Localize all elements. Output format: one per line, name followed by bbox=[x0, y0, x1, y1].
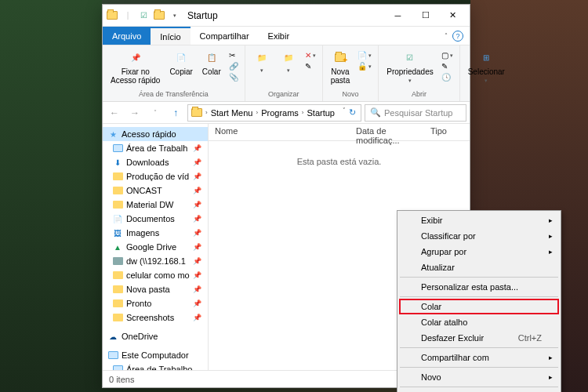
chevron-right-icon[interactable]: › bbox=[204, 109, 209, 116]
sidebar-item[interactable]: 📄Documentos📌 bbox=[103, 212, 208, 226]
breadcrumb-seg-0[interactable]: Start Menu bbox=[209, 108, 255, 118]
newitem-icon: 📄 bbox=[358, 51, 367, 60]
search-input[interactable]: 🔍 Pesquisar Startup bbox=[365, 104, 466, 122]
select-button[interactable]: ⊞ Selecionar ▾ bbox=[465, 47, 508, 85]
pin-icon: 📌 bbox=[193, 144, 205, 152]
minimize-button[interactable]: ─ bbox=[384, 5, 412, 26]
sidebar-item[interactable]: Material DW📌 bbox=[103, 198, 208, 212]
forward-button[interactable]: → bbox=[126, 104, 143, 122]
ctx-group[interactable]: Agrupar por▸ bbox=[399, 244, 559, 260]
file-list-area[interactable]: Nome Data de modificaç... Tipo Esta past… bbox=[209, 124, 470, 370]
ctx-sort[interactable]: Classificar por▸ bbox=[399, 228, 559, 244]
sidebar-thispc[interactable]: Este Computador bbox=[103, 348, 208, 362]
newfolder-button[interactable]: ✦ Nova pasta bbox=[328, 47, 353, 86]
moveto-button[interactable]: 📁▾ bbox=[250, 47, 274, 75]
sidebar-item[interactable]: Screenshots📌 bbox=[103, 310, 208, 325]
sidebar-onedrive[interactable]: ☁ OneDrive bbox=[103, 329, 208, 343]
pin-label: Fixar no Acesso rápido bbox=[111, 67, 160, 85]
ribbon-group-select bbox=[465, 98, 508, 100]
cut-button[interactable]: ✂ bbox=[227, 50, 240, 60]
breadcrumb-dropdown-icon[interactable]: ˅ bbox=[343, 107, 346, 118]
download-icon: ⬇ bbox=[112, 157, 123, 168]
pin-icon: 📌 bbox=[193, 271, 205, 279]
sidebar-item[interactable]: celular como mo📌 bbox=[103, 268, 208, 282]
tab-share[interactable]: Compartilhar bbox=[191, 27, 259, 45]
up-button[interactable]: ↑ bbox=[167, 104, 184, 122]
breadcrumb[interactable]: › Start Menu › Programs › Startup ˅ ↻ bbox=[187, 104, 361, 122]
back-button[interactable]: ← bbox=[106, 104, 123, 122]
pin-button[interactable]: 📌 Fixar no Acesso rápido bbox=[107, 47, 163, 86]
qat-properties-icon[interactable]: ☑ bbox=[137, 9, 150, 22]
ctx-paste[interactable]: Colar bbox=[399, 299, 559, 314]
sidebar-item-label: ONCAST bbox=[126, 186, 162, 195]
column-headers: Nome Data de modificaç... Tipo bbox=[209, 124, 470, 141]
sidebar-quick-access[interactable]: ★ Acesso rápido bbox=[103, 127, 208, 141]
pin-icon: 📌 bbox=[193, 229, 205, 237]
recent-button[interactable]: ˅ bbox=[147, 104, 164, 122]
history-button[interactable]: 🕓 bbox=[440, 72, 455, 82]
ctx-undo[interactable]: Desfazer ExcluirCtrl+Z bbox=[399, 330, 559, 346]
delete-button[interactable]: ✕▾ bbox=[303, 50, 318, 60]
copypath-button[interactable]: 🔗 bbox=[227, 61, 240, 71]
sidebar-item[interactable]: Produção de víd📌 bbox=[103, 169, 208, 183]
sidebar-item[interactable]: Nova pasta📌 bbox=[103, 282, 208, 296]
ctx-properties[interactable]: Propriedades bbox=[399, 389, 559, 392]
sidebar-item[interactable]: 🖼Imagens📌 bbox=[103, 226, 208, 240]
breadcrumb-seg-1[interactable]: Programs bbox=[260, 108, 300, 118]
pin-icon: 📌 bbox=[193, 285, 205, 293]
navigation-pane[interactable]: ★ Acesso rápido Área de Trabalh📌⬇Downloa… bbox=[103, 124, 209, 370]
sidebar-item[interactable]: dw (\\192.168.1📌 bbox=[103, 254, 208, 268]
titlebar[interactable]: | ☑ ▾ Startup ─ ☐ ✕ bbox=[103, 5, 470, 27]
breadcrumb-seg-2[interactable]: Startup bbox=[306, 108, 336, 118]
column-modified[interactable]: Data de modificaç... bbox=[350, 124, 424, 140]
copyto-button[interactable]: 📁▾ bbox=[277, 47, 300, 75]
copyto-icon: 📁 bbox=[280, 49, 297, 66]
qat-dropdown-icon[interactable]: ▾ bbox=[169, 9, 181, 22]
breadcrumb-root-icon[interactable] bbox=[190, 108, 204, 117]
chevron-right-icon: ▸ bbox=[549, 232, 553, 240]
copy-button[interactable]: 📄 Copiar bbox=[166, 47, 195, 78]
close-button[interactable]: ✕ bbox=[439, 5, 466, 26]
sidebar-item[interactable]: Pronto📌 bbox=[103, 296, 208, 310]
ctx-share[interactable]: Compartilhar com▸ bbox=[399, 350, 559, 365]
chevron-right-icon[interactable]: › bbox=[300, 109, 306, 116]
properties-button[interactable]: ☑ Propriedades ▾ bbox=[383, 47, 436, 85]
sidebar-item[interactable]: ⬇Downloads📌 bbox=[103, 155, 208, 169]
tab-view[interactable]: Exibir bbox=[259, 27, 299, 45]
rename-button[interactable]: ✎ bbox=[303, 61, 318, 71]
easyaccess-button[interactable]: 🔓▾ bbox=[356, 61, 373, 71]
folder-icon bbox=[112, 312, 123, 323]
refresh-icon[interactable]: ↻ bbox=[349, 107, 356, 118]
copy-icon: 📄 bbox=[172, 49, 190, 66]
edit-button[interactable]: ✎ bbox=[440, 61, 455, 71]
sidebar-item[interactable]: Área de Trabalh📌 bbox=[103, 141, 208, 155]
sidebar-item-label: Screenshots bbox=[126, 313, 174, 322]
column-name[interactable]: Nome bbox=[209, 124, 350, 140]
ctx-view[interactable]: Exibir▸ bbox=[399, 212, 559, 228]
ctx-paste-shortcut[interactable]: Colar atalho bbox=[399, 314, 559, 330]
sidebar-item[interactable]: ONCAST📌 bbox=[103, 183, 208, 198]
sidebar-item[interactable]: Área de Trabalho bbox=[103, 362, 208, 370]
sidebar-item[interactable]: ▲Google Drive📌 bbox=[103, 240, 208, 254]
qat-newfolder-icon[interactable] bbox=[153, 9, 165, 22]
sidebar-item-label: Produção de víd bbox=[126, 172, 189, 181]
sidebar-item-label: celular como mo bbox=[126, 270, 190, 280]
folder-icon bbox=[112, 270, 123, 281]
ctx-refresh[interactable]: Atualizar bbox=[399, 260, 559, 275]
tab-home[interactable]: Início bbox=[151, 27, 190, 45]
doc-icon: 📄 bbox=[112, 213, 123, 224]
ctx-customize[interactable]: Personalizar esta pasta... bbox=[399, 279, 559, 295]
newitem-button[interactable]: 📄▾ bbox=[356, 50, 373, 60]
open-button[interactable]: ▢▾ bbox=[440, 50, 455, 60]
column-type[interactable]: Tipo bbox=[424, 124, 454, 140]
tab-file[interactable]: Arquivo bbox=[103, 27, 151, 45]
empty-folder-message: Esta pasta está vazia. bbox=[209, 157, 470, 166]
sidebar-item-label: Imagens bbox=[126, 228, 159, 238]
pasteshortcut-button[interactable]: 📎 bbox=[227, 72, 240, 82]
ctx-new[interactable]: Novo▸ bbox=[399, 369, 559, 385]
ribbon-collapse-icon[interactable]: ˄ bbox=[445, 32, 448, 39]
paste-button[interactable]: 📋 Colar bbox=[199, 47, 224, 78]
chevron-right-icon[interactable]: › bbox=[254, 109, 260, 116]
maximize-button[interactable]: ☐ bbox=[412, 5, 439, 26]
help-icon[interactable]: ? bbox=[452, 31, 463, 42]
